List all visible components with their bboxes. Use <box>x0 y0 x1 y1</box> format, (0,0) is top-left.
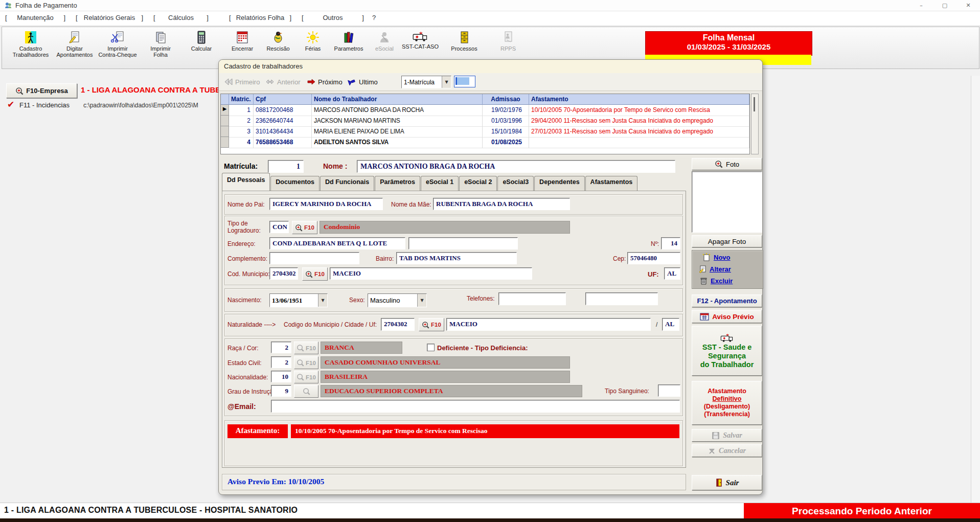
col-matricula[interactable]: Matric. <box>229 94 254 105</box>
toolbar-digitar-apontamentos[interactable]: DigitarApontamentos <box>53 30 96 66</box>
sair-button[interactable]: Sair <box>692 475 762 490</box>
chevron-down-icon[interactable]: ▼ <box>442 76 451 88</box>
tipo-logradouro-f10-button[interactable]: F10 <box>292 221 317 234</box>
telefone1-field[interactable] <box>498 292 566 305</box>
f12-apontamento-button[interactable]: F12 - Apontamento <box>692 294 762 307</box>
grau-code-field[interactable]: 9 <box>271 385 291 397</box>
col-nome[interactable]: Nome do Trabalhador <box>312 94 483 105</box>
col-admissao[interactable]: Admissao <box>483 94 529 105</box>
order-by-select[interactable]: 1-Matrícula ▼ <box>401 76 451 88</box>
cell[interactable]: 19/02/1976 <box>483 105 529 116</box>
dialog-title-bar[interactable]: Cadastro de trabalhadores <box>219 60 762 74</box>
complemento-field[interactable] <box>269 252 359 264</box>
afastamento-definitivo-button[interactable]: Afastamento Definitivo (Desligamento) (T… <box>692 381 762 425</box>
tipo-sanguineo-field[interactable] <box>658 384 680 397</box>
uf-field[interactable]: AL <box>664 267 680 280</box>
chevron-down-icon[interactable]: ▼ <box>417 294 426 307</box>
nav-previous-button[interactable]: Anterior <box>266 77 301 87</box>
tab-dd-funcionais[interactable]: Dd Funcionais <box>320 176 374 191</box>
chevron-down-icon[interactable]: ▼ <box>318 294 327 307</box>
cidade-field[interactable]: MACEIO <box>330 267 532 280</box>
nav-next-button[interactable]: Próximo <box>307 77 343 87</box>
matricula-field[interactable]: 1 <box>268 160 304 173</box>
tipo-logradouro-code-field[interactable]: CON <box>269 221 289 233</box>
cell[interactable]: 1 <box>229 105 254 116</box>
telefone2-field[interactable] <box>585 292 658 305</box>
cell[interactable]: MARIA ELIENE PAIXAO DE LIMA <box>312 126 483 138</box>
cod-municipio-field[interactable]: 2704302 <box>269 267 298 280</box>
cell[interactable]: JACKSON MARIANO MARTINS <box>312 116 483 127</box>
nascimento-select[interactable]: 13/06/1951▼ <box>269 293 328 307</box>
email-field[interactable] <box>271 400 680 413</box>
cell[interactable]: 15/10/1984 <box>483 126 529 138</box>
cell[interactable]: 27/01/2003 11-Rescisao sem Justa Causa I… <box>529 126 749 138</box>
cep-field[interactable]: 57046480 <box>627 252 680 264</box>
natural-uf-field[interactable]: AL <box>662 318 679 331</box>
toolbar-calcular[interactable]: Calcular <box>180 30 223 66</box>
cell[interactable]: 31014364434 <box>254 126 312 138</box>
cell[interactable]: 23626640744 <box>254 116 312 127</box>
cell[interactable]: 2 <box>229 116 254 127</box>
cell[interactable] <box>529 137 749 148</box>
cell[interactable]: ADEILTON SANTOS SILVA <box>312 137 483 148</box>
aviso-previo-button[interactable]: Aviso Prévio <box>692 310 762 323</box>
alterar-button[interactable]: Alterar <box>698 265 731 273</box>
cell[interactable]: 01/08/2025 <box>483 137 529 148</box>
cell[interactable]: 29/04/2000 11-Rescisao sem Justa Causa I… <box>529 116 749 127</box>
cell[interactable]: MARCOS ANTONIO BRAGA DA ROCHA <box>312 105 483 116</box>
tab-dependentes[interactable]: Dependentes <box>534 176 585 191</box>
natural-cidade-field[interactable]: MACEIO <box>446 318 651 331</box>
numero-field[interactable]: 14 <box>661 237 680 249</box>
maximize-button[interactable]: ▢ <box>933 0 956 11</box>
menu-manutencao[interactable]: [Manutenção] <box>5 14 65 23</box>
nome-field[interactable]: MARCOS ANTONIO BRAGA DA ROCHA <box>357 160 675 173</box>
tab-esocial-1[interactable]: eSocial 1 <box>421 176 459 191</box>
endereco2-field[interactable] <box>408 237 518 249</box>
cell[interactable]: 01/03/1996 <box>483 116 529 127</box>
menu-relatorios-gerais[interactable]: [Relatórios Gerais] <box>76 14 143 23</box>
menu-help[interactable]: ? <box>372 14 378 23</box>
foto-button[interactable]: Foto <box>692 158 762 170</box>
close-button[interactable]: ✕ <box>956 0 980 11</box>
col-cpf[interactable]: Cpf <box>254 94 312 105</box>
natural-cod-field[interactable]: 2704302 <box>381 318 415 331</box>
endereco-field[interactable]: COND ALDEBARAN BETA Q L LOTE <box>269 237 405 249</box>
natural-f10-button[interactable]: F10 <box>419 318 444 331</box>
toolbar-imprimir-contra-cheque[interactable]: ImprimirContra-Cheque <box>96 30 139 66</box>
tab-dd-pessoais[interactable]: Dd Pessoais <box>222 173 270 191</box>
excluir-button[interactable]: Excluir <box>699 277 733 285</box>
tab-esocial-2[interactable]: eSocial 2 <box>459 176 497 191</box>
cell[interactable]: 4 <box>229 137 254 148</box>
nav-first-button[interactable]: Primeiro <box>224 77 260 87</box>
novo-button[interactable]: Novo <box>702 253 731 261</box>
sexo-select[interactable]: Masculino▼ <box>368 293 427 307</box>
estado-civil-code-field[interactable]: 2 <box>271 356 291 368</box>
raca-code-field[interactable]: 2 <box>271 342 291 353</box>
menu-outros[interactable]: [Outros] <box>302 14 364 23</box>
nav-last-button[interactable]: Ultimo <box>348 77 378 87</box>
cod-municipio-f10-button[interactable]: F10 <box>302 267 328 281</box>
pai-field[interactable]: IGERCY MARINHO DA ROCHA <box>269 198 383 210</box>
menu-calculos[interactable]: [Cálculos] <box>153 14 209 23</box>
nacionalidade-code-field[interactable]: 10 <box>271 371 291 382</box>
tab-parametros[interactable]: Parâmetros <box>375 176 420 191</box>
f10-empresa-button[interactable]: F10-Empresa <box>6 83 77 98</box>
toolbar-imprimir-folha[interactable]: ImprimirFolha <box>139 30 182 66</box>
cell[interactable]: 10/10/2005 70-Aposentadoria por Tempo de… <box>529 105 749 116</box>
minimize-button[interactable]: – <box>909 0 933 11</box>
menu-relatorios-folha[interactable]: [Relatórios Folha] <box>229 14 291 23</box>
cell[interactable]: 3 <box>229 126 254 138</box>
tab-afastamentos[interactable]: Afastamentos <box>585 176 638 191</box>
mae-field[interactable]: RUBENITA BRAGA DA ROCHA <box>433 198 570 210</box>
scrollbar-thumb[interactable] <box>754 97 755 111</box>
deficiente-checkbox[interactable] <box>427 344 435 351</box>
bairro-field[interactable]: TAB DOS MARTINS <box>396 252 517 264</box>
toolbar-cadastro-trabalhadores[interactable]: CadastroTrabalhadores <box>9 30 52 66</box>
grid-scrollbar[interactable] <box>751 94 759 154</box>
sst-button[interactable]: SST - Saude e Segurança do Trabalhador <box>692 326 762 376</box>
cell[interactable]: 08817200468 <box>254 105 312 116</box>
tab-esocial-3[interactable]: eSocial3 <box>497 176 534 191</box>
apagar-foto-button[interactable]: Apagar Foto <box>692 235 762 247</box>
f11-incidencias-label[interactable]: F11 - Incidencias <box>19 101 70 109</box>
quick-search-input[interactable] <box>454 76 475 87</box>
